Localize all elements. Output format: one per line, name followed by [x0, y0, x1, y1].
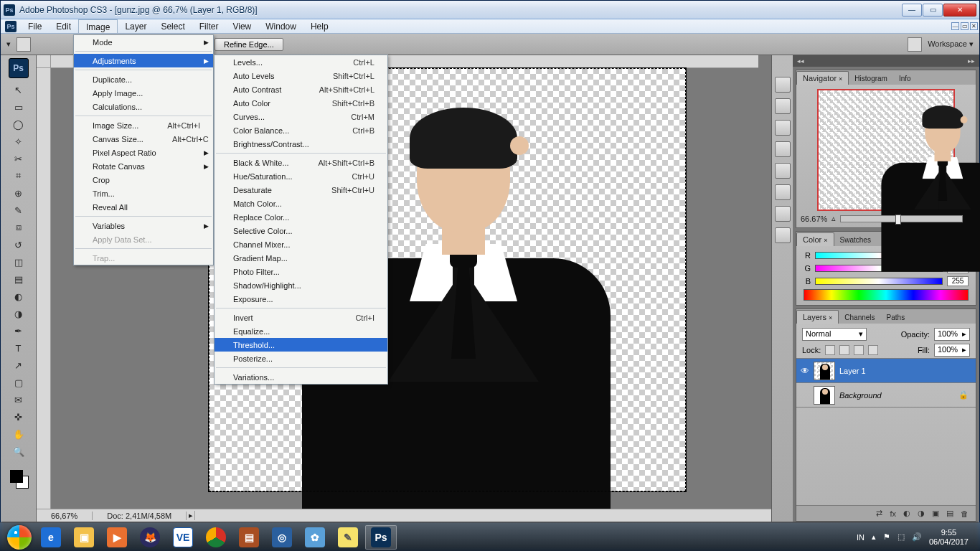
adjustments-menu-item-4[interactable]: Curves...Ctrl+M: [215, 110, 387, 123]
adjustments-menu-item-20[interactable]: InvertCtrl+I: [215, 311, 387, 324]
doc-restore-button[interactable]: ▭: [961, 22, 969, 30]
layer-thumb-0[interactable]: [814, 362, 835, 380]
adjustments-menu-item-12[interactable]: Replace Color...: [215, 210, 387, 224]
gradient-tool-icon[interactable]: ▤: [10, 271, 27, 287]
image-menu-item-11[interactable]: Rotate Canvas▶: [74, 159, 213, 173]
doc-minimize-button[interactable]: —: [951, 22, 959, 30]
tb-app3[interactable]: ✿: [299, 525, 331, 550]
clock[interactable]: 9:55 06/04/2017: [929, 528, 969, 546]
adjustments-menu-item-6[interactable]: Brightness/Contrast...: [215, 137, 387, 151]
pen-tool-icon[interactable]: ✒: [10, 323, 27, 339]
adjustments-menu-item-17[interactable]: Shadow/Highlight...: [215, 278, 387, 292]
adjustments-menu-item-8[interactable]: Black & White...Alt+Shift+Ctrl+B: [215, 156, 387, 169]
lock-position-icon[interactable]: [854, 345, 864, 355]
adjustments-menu-item-21[interactable]: Equalize...: [215, 324, 387, 338]
workspace-dropdown[interactable]: Workspace ▾: [928, 39, 974, 49]
adjustments-menu-item-9[interactable]: Hue/Saturation...Ctrl+U: [215, 169, 387, 183]
start-button[interactable]: [4, 524, 34, 550]
zoom-out-icon[interactable]: ▵: [831, 214, 836, 223]
lock-pixels-icon[interactable]: [839, 345, 849, 355]
adjustments-menu-item-11[interactable]: Match Color...: [215, 197, 387, 210]
adjustments-menu-item-18[interactable]: Exposure...: [215, 292, 387, 306]
maximize-button[interactable]: ▭: [923, 4, 943, 17]
tb-photoshop[interactable]: Ps: [365, 525, 397, 550]
eyedropper-tool-icon[interactable]: ✜: [10, 409, 27, 425]
blur-tool-icon[interactable]: ◐: [10, 288, 27, 304]
adjustments-menu-item-22[interactable]: Threshold...: [215, 338, 387, 352]
panel-strip-header[interactable]: ◂◂ ▸▸: [793, 55, 979, 67]
tab-layers[interactable]: Layers×: [796, 310, 839, 324]
color-ramp[interactable]: [804, 289, 969, 301]
dock-icon-8[interactable]: [775, 227, 791, 243]
tb-vnc[interactable]: VE: [167, 525, 199, 550]
image-menu-item-2[interactable]: Adjustments▶: [74, 54, 213, 67]
menu-edit[interactable]: Edit: [49, 19, 78, 33]
dock-icon-3[interactable]: [775, 120, 791, 136]
adjustments-menu-item-10[interactable]: DesaturateShift+Ctrl+U: [215, 183, 387, 197]
layer-row-0[interactable]: 👁 Layer 1: [796, 359, 976, 383]
image-menu-item-4[interactable]: Duplicate...: [74, 72, 213, 86]
image-menu-item-12[interactable]: Crop: [74, 173, 213, 187]
brush-tool-icon[interactable]: ✎: [10, 202, 27, 218]
hand-tool-icon[interactable]: ✋: [10, 426, 27, 442]
doc-size-label[interactable]: Doc: 2,41M/4,58M: [93, 512, 187, 520]
adjustments-menu-item-1[interactable]: Auto LevelsShift+Ctrl+L: [215, 69, 387, 83]
dock-icon-6[interactable]: [775, 184, 791, 200]
taskbar[interactable]: e ▣ ▶ 🦊 VE ▤ ◎ ✿ ✎ Ps IN ▴ ⚑ ⬚ 🔊 9:55 06…: [0, 522, 980, 551]
link-layers-icon[interactable]: ⇄: [876, 509, 882, 518]
crop-tool-icon[interactable]: ✂: [10, 151, 27, 166]
image-menu-item-10[interactable]: Pixel Aspect Ratio▶: [74, 146, 213, 159]
zoom-value[interactable]: 66,67%: [37, 512, 93, 520]
wand-tool-icon[interactable]: ✧: [10, 133, 27, 149]
minimize-button[interactable]: —: [902, 4, 922, 17]
tb-wmp[interactable]: ▶: [101, 525, 133, 550]
history-brush-icon[interactable]: ↺: [10, 237, 27, 253]
tb-chrome[interactable]: [200, 525, 232, 550]
slider-b[interactable]: [815, 278, 943, 285]
tab-info[interactable]: Info: [893, 72, 917, 85]
refine-edge-button[interactable]: Refine Edge...: [215, 38, 283, 51]
adjustments-menu-item-2[interactable]: Auto ContrastAlt+Shift+Ctrl+L: [215, 83, 387, 96]
lock-transparent-icon[interactable]: [825, 345, 835, 355]
adjustments-menu-item-5[interactable]: Color Balance...Ctrl+B: [215, 123, 387, 137]
menu-layer[interactable]: Layer: [118, 19, 154, 33]
tb-explorer[interactable]: ▣: [68, 525, 100, 550]
dock-icon-2[interactable]: [775, 98, 791, 114]
blend-mode-select[interactable]: Normal▾: [802, 328, 867, 341]
close-button[interactable]: ✕: [943, 4, 976, 17]
tb-notes[interactable]: ✎: [332, 525, 364, 550]
tb-app2[interactable]: ◎: [266, 525, 298, 550]
image-menu-item-6[interactable]: Calculations...: [74, 100, 213, 113]
image-menu[interactable]: Mode▶Adjustments▶Duplicate...Apply Image…: [73, 34, 214, 265]
menu-window[interactable]: Window: [258, 19, 303, 33]
dodge-tool-icon[interactable]: ◑: [10, 306, 27, 321]
tab-channels[interactable]: Channels: [839, 311, 880, 324]
lang-indicator[interactable]: IN: [857, 533, 864, 542]
move-tool-icon[interactable]: ↖: [10, 82, 27, 98]
type-tool-icon[interactable]: T: [10, 340, 27, 356]
dock-icon-4[interactable]: [775, 141, 791, 157]
adjustments-menu-item-15[interactable]: Gradient Map...: [215, 251, 387, 265]
adjustments-menu-item-23[interactable]: Posterize...: [215, 352, 387, 365]
menu-file[interactable]: File: [21, 19, 49, 33]
tab-navigator[interactable]: Navigator×: [796, 71, 849, 85]
adjustments-menu-item-14[interactable]: Channel Mixer...: [215, 237, 387, 251]
tb-ie[interactable]: e: [35, 525, 67, 550]
dock-icon-1[interactable]: [775, 77, 791, 93]
image-menu-item-8[interactable]: Image Size...Alt+Ctrl+I: [74, 118, 213, 132]
tab-paths[interactable]: Paths: [881, 311, 911, 324]
navigator-zoom-value[interactable]: 66.67%: [801, 215, 827, 223]
value-b[interactable]: 255: [947, 276, 969, 286]
tray-chevron-icon[interactable]: ▴: [872, 532, 876, 542]
group-icon[interactable]: ▣: [932, 509, 939, 518]
adjustments-menu-item-3[interactable]: Auto ColorShift+Ctrl+B: [215, 96, 387, 110]
image-menu-item-0[interactable]: Mode▶: [74, 35, 213, 49]
flag-icon[interactable]: ⚑: [883, 532, 890, 542]
tab-histogram[interactable]: Histogram: [849, 72, 893, 85]
color-swatches[interactable]: [10, 470, 27, 500]
foreground-color-icon[interactable]: [10, 470, 23, 483]
tab-color[interactable]: Color×: [796, 232, 834, 246]
ps-logo-icon[interactable]: Ps: [9, 58, 29, 78]
tool-preset-dropdown[interactable]: ▾: [6, 39, 11, 49]
menu-filter[interactable]: Filter: [192, 19, 226, 33]
